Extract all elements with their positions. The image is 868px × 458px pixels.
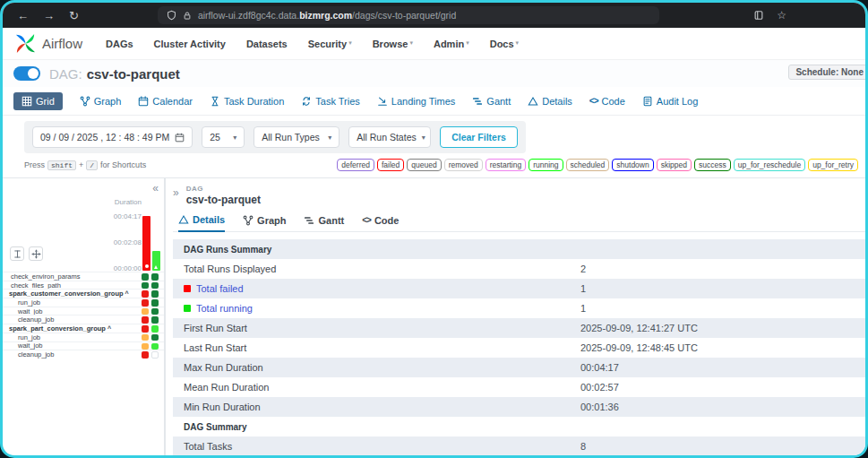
navbar-item-label: Security xyxy=(308,39,347,49)
navbar-item-datasets[interactable]: Datasets xyxy=(246,39,288,49)
forward-icon[interactable]: → xyxy=(43,9,55,22)
view-tab-task-duration[interactable]: Task Duration xyxy=(210,96,284,107)
task-row-wait_job[interactable]: wait_job xyxy=(3,341,164,350)
task-instance-square-success[interactable] xyxy=(151,316,159,324)
clear-filters-button[interactable]: Clear Filters xyxy=(440,126,518,148)
collapse-group-caret-icon[interactable]: ^ xyxy=(107,325,111,332)
dag-run-bar-failed[interactable] xyxy=(142,216,150,271)
task-row-cleanup_job[interactable]: cleanup_job xyxy=(3,350,164,359)
task-row-spark_part_conversion_group[interactable]: spark_part_conversion_group^ xyxy=(3,324,164,333)
state-badge-shutdown[interactable]: shutdown xyxy=(612,159,653,171)
bookmark-star-icon[interactable]: ☆ xyxy=(777,9,786,22)
state-badge-skipped[interactable]: skipped xyxy=(657,159,692,171)
date-filter-input[interactable]: 09 / 09 / 2025 , 12 : 48 : 49 PM xyxy=(32,126,193,148)
task-instance-square-failed[interactable] xyxy=(142,316,149,324)
task-instance-square-success[interactable] xyxy=(151,308,159,315)
state-badge-deferred[interactable]: deferred xyxy=(337,159,374,171)
view-tab-calendar[interactable]: Calendar xyxy=(138,96,193,107)
task-instance-square-failed[interactable] xyxy=(142,299,149,307)
collapse-groups-button[interactable] xyxy=(10,246,24,261)
navbar-item-cluster-activity[interactable]: Cluster Activity xyxy=(154,39,226,49)
view-tab-audit-log[interactable]: Audit Log xyxy=(642,96,698,107)
task-instance-square-success[interactable] xyxy=(151,290,159,298)
navbar-item-browse[interactable]: Browse▾ xyxy=(373,39,413,49)
move-groups-button[interactable] xyxy=(29,246,43,261)
task-instance-square-success[interactable] xyxy=(142,282,149,289)
navbar-item-security[interactable]: Security▾ xyxy=(308,39,352,49)
view-tab-grid[interactable]: Grid xyxy=(13,92,63,110)
address-bar[interactable]: airflow-ui.zdf8gc4c.data.bizmrg.com/dags… xyxy=(158,6,659,24)
navbar-item-docs[interactable]: Docs▾ xyxy=(490,39,519,49)
view-tab-graph[interactable]: Graph xyxy=(80,96,122,107)
state-badge-restarting[interactable]: restarting xyxy=(486,159,526,171)
view-tab-label: Gantt xyxy=(486,96,511,107)
task-row-cleanup_job[interactable]: cleanup_job xyxy=(3,315,164,324)
detail-value: 00:02:57 xyxy=(580,382,619,393)
panel-tab-gantt[interactable]: Gantt xyxy=(304,214,344,231)
view-tab-gantt[interactable]: Gantt xyxy=(472,96,511,107)
panel-tab-graph[interactable]: Graph xyxy=(243,214,286,231)
details-panel-header: » DAG csv-to-parquet xyxy=(173,178,865,206)
task-instance-square-failed[interactable] xyxy=(142,325,149,333)
task-instance-square-success[interactable] xyxy=(142,273,149,281)
detail-label[interactable]: Total failed xyxy=(184,283,244,294)
state-badge-failed[interactable]: failed xyxy=(377,159,404,171)
state-legend: deferredfailedqueuedremovedrestartingrun… xyxy=(337,159,858,171)
reader-mode-icon[interactable] xyxy=(753,10,764,21)
task-instance-square-none[interactable] xyxy=(151,351,159,359)
navbar-item-label: Admin xyxy=(434,39,464,49)
panel-tab-code[interactable]: <>Code xyxy=(362,214,399,231)
run-states-select[interactable]: All Run States▾ xyxy=(348,126,431,148)
airflow-logo[interactable]: Airflow xyxy=(13,31,82,56)
navbar-item-dags[interactable]: DAGs xyxy=(106,39,133,49)
task-instance-square-success[interactable] xyxy=(151,334,159,341)
task-row-check_environ_params[interactable]: check_environ_params xyxy=(3,272,164,281)
task-row-run_job[interactable]: run_job xyxy=(3,298,164,307)
state-badge-success[interactable]: success xyxy=(694,159,731,171)
view-tab-details[interactable]: Details xyxy=(528,96,572,107)
task-row-spark_customer_conversion_group[interactable]: spark_customer_conversion_group^ xyxy=(3,289,164,298)
page-size-select[interactable]: 25▾ xyxy=(202,126,245,148)
grid-icon xyxy=(21,96,32,107)
details-icon xyxy=(528,96,538,107)
reload-icon[interactable]: ↻ xyxy=(69,9,79,22)
collapse-group-caret-icon[interactable]: ^ xyxy=(125,290,129,297)
shield-icon[interactable] xyxy=(167,10,176,21)
state-badge-up_for_reschedule[interactable]: up_for_reschedule xyxy=(734,159,805,171)
task-instance-square-upstream_failed[interactable] xyxy=(142,308,149,315)
navbar-item-admin[interactable]: Admin▾ xyxy=(434,39,469,49)
task-instance-square-failed[interactable] xyxy=(142,351,149,359)
detail-row-max-run-duration: Max Run Duration00:04:17 xyxy=(173,358,865,377)
detail-label[interactable]: Total running xyxy=(184,303,253,314)
task-instance-square-running[interactable] xyxy=(151,343,159,350)
task-instance-square-success[interactable] xyxy=(151,273,159,281)
filter-strip: 09 / 09 / 2025 , 12 : 48 : 49 PM 25▾ All… xyxy=(3,116,865,153)
state-badge-scheduled[interactable]: scheduled xyxy=(566,159,610,171)
task-row-check_files_path[interactable]: check_files_path xyxy=(3,281,164,289)
back-icon[interactable]: ← xyxy=(17,9,29,22)
task-instance-square-success[interactable] xyxy=(151,299,159,307)
state-badge-up_for_retry[interactable]: up_for_retry xyxy=(808,159,858,171)
panel-tab-label: Graph xyxy=(257,215,286,226)
panel-tab-details[interactable]: Details xyxy=(178,214,225,232)
dag-run-bar-running[interactable] xyxy=(152,251,160,271)
task-row-wait_job[interactable]: wait_job xyxy=(3,307,164,315)
state-badge-running[interactable]: running xyxy=(529,159,563,171)
task-instance-square-failed[interactable] xyxy=(142,290,149,298)
task-row-run_job[interactable]: run_job xyxy=(3,333,164,341)
view-tab-code[interactable]: <>Code xyxy=(589,96,625,107)
task-instance-square-upstream_failed[interactable] xyxy=(142,343,149,350)
chevron-down-icon: ▾ xyxy=(422,134,425,142)
run-types-select[interactable]: All Run Types▾ xyxy=(254,126,339,148)
task-instance-square-running[interactable] xyxy=(151,325,159,333)
task-instance-square-upstream_failed[interactable] xyxy=(142,334,149,341)
chevrons-right-icon[interactable]: » xyxy=(173,186,179,206)
chevron-down-icon: ▾ xyxy=(348,39,352,47)
view-tab-landing-times[interactable]: Landing Times xyxy=(377,96,456,107)
state-badge-queued[interactable]: queued xyxy=(407,159,441,171)
dag-pause-toggle[interactable] xyxy=(13,66,40,81)
task-instance-square-success[interactable] xyxy=(151,282,159,289)
view-tab-task-tries[interactable]: Task Tries xyxy=(301,96,360,107)
chevrons-left-icon[interactable]: « xyxy=(152,182,159,194)
state-badge-removed[interactable]: removed xyxy=(444,159,483,171)
